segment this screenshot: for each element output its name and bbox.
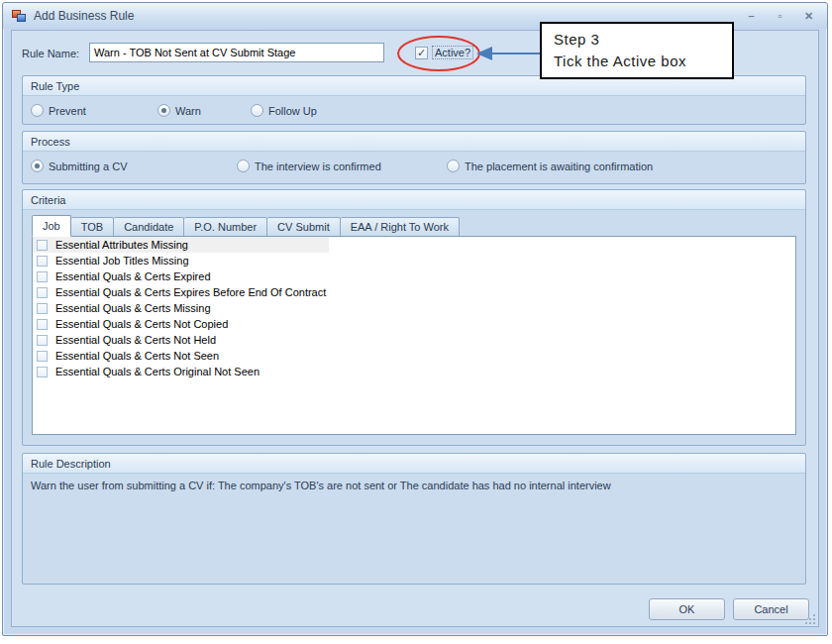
- radio-submitting-cv-icon[interactable]: [31, 160, 44, 172]
- item-label: Essential Quals & Certs Not Seen: [55, 350, 219, 362]
- process-header: Process: [23, 132, 805, 152]
- radio-warn-label: Warn: [175, 105, 201, 117]
- rule-type-header: Rule Type: [23, 76, 805, 96]
- radio-prevent-label: Prevent: [49, 105, 86, 117]
- list-item[interactable]: Essential Job Titles Missing: [33, 253, 795, 268]
- ok-button[interactable]: OK: [649, 598, 725, 620]
- rule-description-text: Warn the user from submitting a CV if: T…: [31, 480, 797, 491]
- item-label: Essential Job Titles Missing: [55, 255, 189, 267]
- rule-type-title: Rule Type: [31, 80, 79, 92]
- process-group: Process Submitting a CV The interview is…: [22, 131, 806, 184]
- rule-description-title: Rule Description: [31, 458, 111, 470]
- process-title: Process: [31, 136, 70, 148]
- criteria-header: Criteria: [23, 190, 805, 210]
- item-checkbox[interactable]: [37, 351, 48, 362]
- radio-warn-icon[interactable]: [157, 104, 170, 117]
- rule-name-input[interactable]: [89, 43, 384, 62]
- add-business-rule-dialog: Add Business Rule – ▫ ✕ Rule Name: ✓ Act…: [2, 2, 828, 636]
- radio-prevent-icon[interactable]: [31, 104, 44, 117]
- radio-placement-awaiting[interactable]: The placement is awaiting confirmation: [447, 160, 653, 172]
- item-checkbox[interactable]: [37, 287, 48, 298]
- radio-prevent[interactable]: Prevent: [31, 104, 86, 117]
- rule-name-label: Rule Name:: [22, 48, 79, 59]
- radio-submitting-cv-label: Submitting a CV: [49, 161, 127, 172]
- item-label: Essential Quals & Certs Not Copied: [55, 318, 228, 330]
- criteria-group: Criteria Job TOB Candidate P.O. Number C…: [22, 189, 806, 446]
- item-checkbox[interactable]: [37, 319, 48, 330]
- criteria-listbox[interactable]: Essential Attributes Missing Essential J…: [32, 236, 796, 435]
- minimize-icon[interactable]: –: [743, 9, 760, 24]
- item-label: Essential Quals & Certs Not Held: [55, 334, 216, 346]
- item-checkbox[interactable]: [37, 256, 48, 267]
- step-callout: Step 3 Tick the Active box: [540, 22, 734, 79]
- window-title: Add Business Rule: [34, 9, 134, 23]
- criteria-tabs: Job TOB Candidate P.O. Number CV Submit …: [32, 215, 460, 237]
- annotation-arrow-line: [492, 53, 541, 54]
- window-controls: – ▫ ✕: [743, 9, 817, 24]
- radio-follow-up-icon[interactable]: [251, 104, 263, 117]
- radio-follow-up[interactable]: Follow Up: [251, 104, 317, 117]
- dialog-content: Rule Name: ✓ Active? Rule Type Prevent: [11, 30, 819, 627]
- tab-cv-submit[interactable]: CV Submit: [267, 217, 341, 237]
- radio-submitting-cv[interactable]: Submitting a CV: [31, 160, 127, 172]
- list-item[interactable]: Essential Quals & Certs Not Seen: [33, 348, 795, 364]
- item-label: Essential Quals & Certs Expires Before E…: [55, 286, 326, 298]
- item-checkbox[interactable]: [37, 303, 48, 314]
- list-item[interactable]: Essential Attributes Missing: [33, 237, 329, 253]
- radio-interview-confirmed[interactable]: The interview is confirmed: [237, 160, 381, 172]
- callout-step-title: Step 3: [554, 29, 720, 51]
- criteria-title: Criteria: [31, 194, 65, 206]
- rule-type-group: Rule Type Prevent Warn Follow Up: [22, 75, 806, 125]
- callout-step-text: Tick the Active box: [554, 51, 720, 72]
- radio-follow-up-label: Follow Up: [268, 105, 317, 117]
- rule-description-header: Rule Description: [23, 454, 805, 474]
- item-label: Essential Quals & Certs Original Not See…: [55, 366, 260, 377]
- tab-tob[interactable]: TOB: [71, 217, 114, 237]
- radio-placement-awaiting-label: The placement is awaiting confirmation: [465, 161, 653, 172]
- screenshot-stage: Add Business Rule – ▫ ✕ Rule Name: ✓ Act…: [0, 0, 832, 644]
- red-highlight-ellipse: [397, 36, 480, 71]
- tab-eaa-right-to-work[interactable]: EAA / Right To Work: [341, 217, 460, 237]
- radio-interview-confirmed-label: The interview is confirmed: [255, 161, 381, 172]
- list-item[interactable]: Essential Quals & Certs Not Held: [33, 332, 795, 348]
- app-icon: [12, 10, 26, 23]
- item-label: Essential Quals & Certs Expired: [55, 270, 211, 282]
- resize-grip[interactable]: [805, 614, 815, 624]
- list-item[interactable]: Essential Quals & Certs Missing: [33, 300, 795, 316]
- list-item[interactable]: Essential Quals & Certs Not Copied: [33, 316, 795, 332]
- tab-candidate[interactable]: Candidate: [114, 217, 184, 237]
- item-checkbox[interactable]: [37, 271, 48, 282]
- item-checkbox[interactable]: [37, 367, 48, 377]
- tab-job[interactable]: Job: [32, 215, 71, 237]
- cancel-button[interactable]: Cancel: [733, 598, 809, 620]
- rule-description-group: Rule Description Warn the user from subm…: [22, 453, 806, 585]
- list-item[interactable]: Essential Quals & Certs Expired: [33, 268, 795, 284]
- radio-placement-awaiting-icon[interactable]: [447, 160, 460, 172]
- tab-po-number[interactable]: P.O. Number: [184, 217, 267, 237]
- item-checkbox[interactable]: [37, 335, 48, 346]
- item-label: Essential Quals & Certs Missing: [55, 302, 211, 314]
- annotation-arrow-icon: [476, 47, 492, 60]
- list-item[interactable]: Essential Quals & Certs Original Not See…: [33, 364, 795, 379]
- list-item[interactable]: Essential Quals & Certs Expires Before E…: [33, 284, 795, 300]
- item-label: Essential Attributes Missing: [55, 239, 188, 251]
- item-checkbox[interactable]: [37, 240, 48, 251]
- close-icon[interactable]: ✕: [800, 9, 817, 24]
- restore-icon[interactable]: ▫: [772, 9, 788, 24]
- radio-warn[interactable]: Warn: [157, 104, 201, 117]
- radio-interview-confirmed-icon[interactable]: [237, 160, 250, 172]
